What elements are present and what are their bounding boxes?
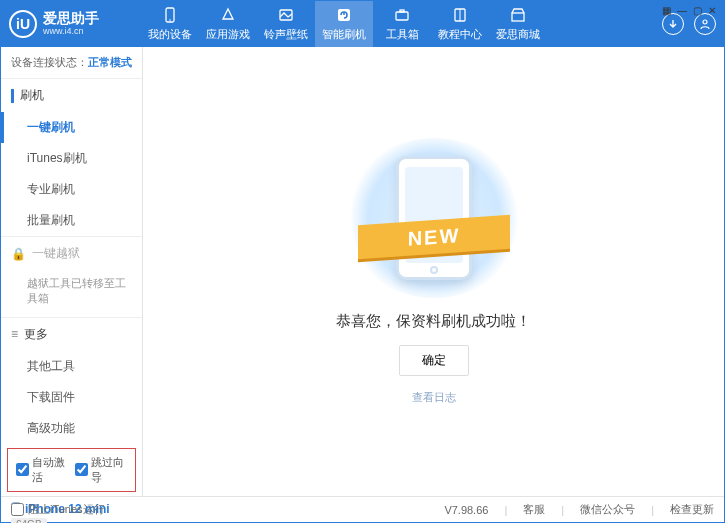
sidebar-flash-head[interactable]: 刷机: [1, 79, 142, 112]
update-link[interactable]: 检查更新: [670, 502, 714, 517]
menu-icon[interactable]: ▦: [662, 5, 671, 16]
app-window: ▦ — ▢ ✕ iU 爱思助手 www.i4.cn 我的设备 应用游戏 铃声壁纸: [0, 0, 725, 523]
app-url: www.i4.cn: [43, 27, 99, 37]
sidebar-jailbreak-note: 越狱工具已转移至工具箱: [1, 270, 142, 317]
nav-label: 我的设备: [148, 27, 192, 42]
nav-label: 铃声壁纸: [264, 27, 308, 42]
nav-my-device[interactable]: 我的设备: [141, 1, 199, 47]
block-itunes-label: 阻止iTunes运行: [28, 502, 105, 517]
service-link[interactable]: 客服: [523, 502, 545, 517]
min-icon[interactable]: —: [677, 5, 687, 16]
logo-icon: iU: [9, 10, 37, 38]
auto-activate-label: 自动激活: [32, 455, 69, 485]
options-row: 自动激活 跳过向导: [7, 448, 136, 492]
success-view: NEW 恭喜您，保资料刷机成功啦！ 确定 查看日志: [143, 47, 724, 496]
user-icon[interactable]: [694, 13, 716, 35]
app-name: 爱思助手: [43, 11, 99, 26]
max-icon[interactable]: ▢: [693, 5, 702, 16]
window-controls: ▦ — ▢ ✕: [662, 5, 716, 16]
success-message: 恭喜您，保资料刷机成功啦！: [336, 312, 531, 331]
svg-point-9: [703, 20, 707, 24]
phone-icon: [161, 6, 179, 24]
view-log-link[interactable]: 查看日志: [412, 390, 456, 405]
connection-label: 设备连接状态：: [11, 56, 88, 68]
svg-rect-8: [512, 13, 524, 21]
sidebar-item-oneclick[interactable]: 一键刷机: [1, 112, 142, 143]
sidebar-more-head[interactable]: ≡ 更多: [1, 318, 142, 351]
store-icon: [509, 6, 527, 24]
sidebar-item-itunes[interactable]: iTunes刷机: [1, 143, 142, 174]
connection-value: 正常模式: [88, 56, 132, 68]
sidebar-item-other[interactable]: 其他工具: [1, 351, 142, 382]
sidebar-item-batch[interactable]: 批量刷机: [1, 205, 142, 236]
titlebar: iU 爱思助手 www.i4.cn 我的设备 应用游戏 铃声壁纸 智能刷机: [1, 1, 724, 47]
toolbox-icon: [393, 6, 411, 24]
more-icon: ≡: [11, 327, 18, 341]
titlebar-right: [662, 13, 716, 35]
nav-label: 智能刷机: [322, 27, 366, 42]
sidebar-more-section: ≡ 更多 其他工具 下载固件 高级功能: [1, 318, 142, 444]
skip-guide-checkbox[interactable]: 跳过向导: [75, 455, 128, 485]
close-icon[interactable]: ✕: [708, 5, 716, 16]
sidebar-jailbreak-section: 🔒 一键越狱 越狱工具已转移至工具箱: [1, 237, 142, 318]
sidebar-jailbreak-head: 🔒 一键越狱: [1, 237, 142, 270]
svg-rect-5: [400, 10, 404, 12]
apps-icon: [219, 6, 237, 24]
nav-tutorials[interactable]: 教程中心: [431, 1, 489, 47]
main-panel: NEW 恭喜您，保资料刷机成功啦！ 确定 查看日志: [143, 47, 724, 496]
nav-label: 教程中心: [438, 27, 482, 42]
sidebar-item-advanced[interactable]: 高级功能: [1, 413, 142, 444]
wallpaper-icon: [277, 6, 295, 24]
sidebar-item-pro[interactable]: 专业刷机: [1, 174, 142, 205]
illustration: NEW: [344, 138, 524, 298]
version-label: V7.98.66: [444, 504, 488, 516]
body: 设备连接状态：正常模式 刷机 一键刷机 iTunes刷机 专业刷机 批量刷机 🔒…: [1, 47, 724, 496]
nav-ringtones[interactable]: 铃声壁纸: [257, 1, 315, 47]
nav-label: 爱思商城: [496, 27, 540, 42]
wechat-link[interactable]: 微信公众号: [580, 502, 635, 517]
nav-flash[interactable]: 智能刷机: [315, 1, 373, 47]
nav-apps[interactable]: 应用游戏: [199, 1, 257, 47]
download-icon[interactable]: [662, 13, 684, 35]
sidebar: 设备连接状态：正常模式 刷机 一键刷机 iTunes刷机 专业刷机 批量刷机 🔒…: [1, 47, 143, 496]
skip-guide-label: 跳过向导: [91, 455, 128, 485]
nav-toolbox[interactable]: 工具箱: [373, 1, 431, 47]
logo: iU 爱思助手 www.i4.cn: [9, 10, 129, 38]
book-icon: [451, 6, 469, 24]
flash-icon: [335, 6, 353, 24]
nav-label: 工具箱: [386, 27, 419, 42]
sidebar-item-firmware[interactable]: 下载固件: [1, 382, 142, 413]
accent-bar: [11, 89, 14, 103]
lock-icon: 🔒: [11, 247, 26, 261]
block-itunes-checkbox[interactable]: 阻止iTunes运行: [11, 502, 105, 517]
sidebar-more-title: 更多: [24, 326, 48, 343]
connection-status: 设备连接状态：正常模式: [1, 47, 142, 79]
nav-store[interactable]: 爱思商城: [489, 1, 547, 47]
svg-point-1: [169, 19, 171, 21]
statusbar: 阻止iTunes运行 V7.98.66 | 客服 | 微信公众号 | 检查更新: [1, 496, 724, 522]
svg-rect-4: [396, 12, 408, 20]
sidebar-jailbreak-title: 一键越狱: [32, 245, 80, 262]
auto-activate-checkbox[interactable]: 自动激活: [16, 455, 69, 485]
ok-button[interactable]: 确定: [399, 345, 469, 376]
sidebar-flash-section: 刷机 一键刷机 iTunes刷机 专业刷机 批量刷机: [1, 79, 142, 237]
sidebar-flash-title: 刷机: [20, 87, 44, 104]
top-nav: 我的设备 应用游戏 铃声壁纸 智能刷机 工具箱 教程中心: [141, 1, 662, 47]
nav-label: 应用游戏: [206, 27, 250, 42]
